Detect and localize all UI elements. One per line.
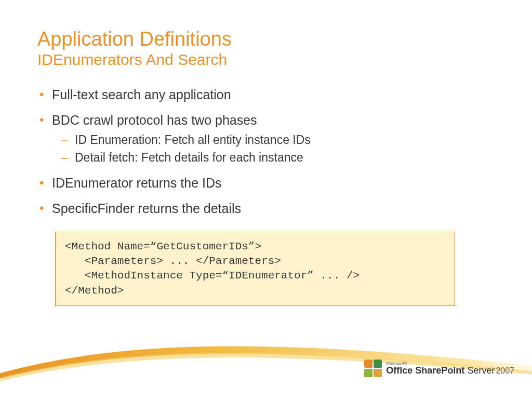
bullet-item: BDC crawl protocol has two phases ID Enu… [37,112,495,166]
slide-subtitle: IDEnumerators And Search [37,51,495,68]
slide: Application Definitions IDEnumerators An… [0,0,532,399]
bullet-list: Full-text search any application BDC cra… [37,87,495,217]
office-logo-icon [364,360,382,377]
bullet-item: IDEnumerator returns the IDs [37,175,495,191]
badge-word-office: Office [386,365,413,376]
bullet-item: SpecificFinder returns the details [37,201,495,217]
bullet-text: BDC crawl protocol has two phases [52,113,257,127]
bullet-text: Full-text search any application [52,87,231,102]
badge-word-sharepoint: SharePoint [415,365,464,376]
sub-bullet-item: ID Enumeration: Fetch all entity instanc… [61,132,495,148]
code-sample: <Method Name=“GetCustomerIDs”> <Paramete… [55,232,455,306]
product-badge: Microsoft® Office SharePoint Server2007 [364,360,514,377]
sub-bullet-list: ID Enumeration: Fetch all entity instanc… [52,132,495,166]
badge-word-server: Server [467,365,495,376]
badge-year: 2007 [496,366,514,375]
badge-product-line: Office SharePoint Server2007 [386,366,514,375]
bullet-text: IDEnumerator returns the IDs [52,176,222,190]
bullet-text: SpecificFinder returns the details [52,201,241,216]
sub-bullet-item: Detail fetch: Fetch details for each ins… [61,150,495,166]
bullet-item: Full-text search any application [37,87,495,103]
badge-text: Microsoft® Office SharePoint Server2007 [386,362,514,375]
slide-title: Application Definitions [37,29,495,50]
slide-body: Full-text search any application BDC cra… [37,87,495,306]
